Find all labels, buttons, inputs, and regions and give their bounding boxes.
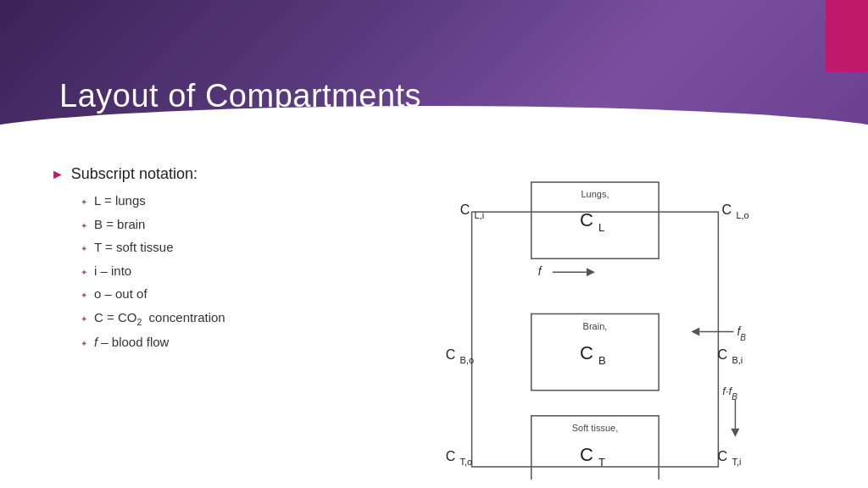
- cl-o-label: C: [722, 202, 732, 217]
- diamond-icon: ✦: [81, 289, 87, 302]
- main-bullet: ► Subscript notation:: [51, 165, 373, 183]
- item-label: C = CO2 concentration: [94, 308, 225, 330]
- fb-label: fB: [737, 324, 746, 342]
- ffb-arrow: [731, 429, 739, 437]
- ct-i-sub: T,i: [732, 457, 741, 467]
- sub-list: ✦ L = lungs ✦ B = brain ✦ T = soft tissu…: [51, 191, 373, 352]
- cb-o-sub: B,o: [460, 355, 475, 365]
- compartment-diagram: Lungs, C L Brain, C B Soft tissue, C T C…: [373, 165, 834, 480]
- tissue-small-label: Soft tissue,: [572, 423, 619, 433]
- list-item: ✦ T = soft tissue: [81, 238, 373, 258]
- tissue-main-label: C: [580, 444, 593, 465]
- f-label: f: [538, 264, 543, 278]
- list-item: ✦ C = CO2 concentration: [81, 308, 373, 330]
- cb-i-sub: B,i: [732, 355, 743, 365]
- list-item: ✦ L = lungs: [81, 191, 373, 211]
- diamond-icon: ✦: [81, 219, 87, 232]
- lungs-small-label: Lungs,: [581, 189, 609, 199]
- cl-i-sub: L,i: [475, 210, 485, 220]
- diamond-icon: ✦: [81, 313, 87, 325]
- diamond-icon: ✦: [81, 266, 87, 279]
- cl-o-sub: L,o: [736, 210, 748, 220]
- diamond-icon: ✦: [81, 242, 87, 255]
- header-accent: [826, 0, 868, 72]
- ffb-label: f·fB: [722, 385, 737, 401]
- header: Layout of Compartments: [0, 0, 868, 140]
- cb-i-label: C: [718, 347, 728, 362]
- item-label: B = brain: [94, 215, 145, 235]
- brain-small-label: Brain,: [583, 321, 608, 331]
- item-label: f – blood flow: [94, 333, 169, 352]
- brain-main-label: C: [580, 342, 593, 363]
- list-item: ✦ o – out of: [81, 285, 373, 304]
- cl-i-label: C: [460, 202, 470, 217]
- brain-sub-label: B: [598, 354, 606, 367]
- lungs-main-label: C: [580, 209, 593, 230]
- cb-o-label: C: [446, 347, 456, 362]
- list-item: ✦ f – blood flow: [81, 333, 373, 352]
- page-title: Layout of Compartments: [59, 78, 421, 114]
- item-label: i – into: [94, 262, 131, 281]
- item-label: o – out of: [94, 285, 147, 304]
- ct-i-label: C: [718, 448, 728, 463]
- diagram-panel: Lungs, C L Brain, C B Soft tissue, C T C…: [373, 157, 834, 480]
- bullet-arrow-icon: ►: [51, 167, 64, 182]
- ct-o-label: C: [446, 448, 456, 463]
- main-bullet-text: Subscript notation:: [71, 165, 198, 183]
- item-label: T = soft tissue: [94, 238, 174, 258]
- list-item: ✦ B = brain: [81, 215, 373, 235]
- tissue-sub-label: T: [598, 456, 605, 469]
- diamond-icon: ✦: [81, 196, 87, 208]
- list-item: ✦ i – into: [81, 262, 373, 281]
- diamond-icon: ✦: [81, 337, 87, 350]
- item-label: L = lungs: [94, 191, 146, 211]
- left-panel: ► Subscript notation: ✦ L = lungs ✦ B = …: [51, 157, 373, 480]
- lungs-sub-label: L: [598, 221, 604, 234]
- content-area: ► Subscript notation: ✦ L = lungs ✦ B = …: [0, 140, 868, 488]
- fb-arrow: [691, 328, 699, 336]
- f-arrow: [587, 268, 595, 276]
- ct-o-sub: T,o: [460, 457, 473, 467]
